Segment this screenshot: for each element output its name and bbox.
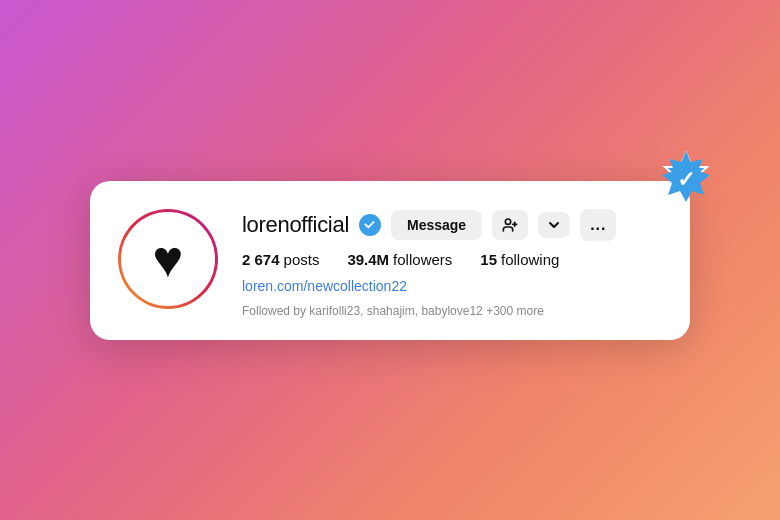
posts-number: 2 674 [242, 251, 280, 268]
message-button[interactable]: Message [391, 210, 482, 240]
more-button[interactable]: ... [580, 209, 616, 241]
following-label: following [501, 251, 559, 268]
big-verified-badge: ✓ [654, 149, 718, 213]
followed-by: Followed by karifolli23, shahajim, babyl… [242, 304, 662, 318]
following-number: 15 [480, 251, 497, 268]
avatar-ring: ♥ [118, 209, 218, 309]
username: lorenofficial [242, 212, 349, 238]
posts-label: posts [284, 251, 320, 268]
followers-number: 39.4M [347, 251, 389, 268]
svg-point-2 [505, 219, 510, 224]
profile-card-wrapper: ✓ ♥ lorenofficial Message [90, 181, 690, 340]
heart-icon: ♥ [153, 233, 184, 285]
posts-stat: 2 674 posts [242, 251, 319, 268]
profile-link[interactable]: loren.com/newcollection22 [242, 278, 662, 294]
verified-badge-small [359, 214, 381, 236]
following-stat: 15 following [480, 251, 559, 268]
avatar-inner: ♥ [121, 212, 215, 306]
add-friend-button[interactable] [492, 210, 528, 240]
stats-row: 2 674 posts 39.4M followers 15 following [242, 251, 662, 268]
profile-info: lorenofficial Message [242, 209, 662, 318]
profile-header: lorenofficial Message [242, 209, 662, 241]
profile-card: ♥ lorenofficial Message [90, 181, 690, 340]
followers-label: followers [393, 251, 452, 268]
followers-stat: 39.4M followers [347, 251, 452, 268]
dropdown-button[interactable] [538, 212, 570, 238]
svg-text:✓: ✓ [677, 167, 695, 192]
